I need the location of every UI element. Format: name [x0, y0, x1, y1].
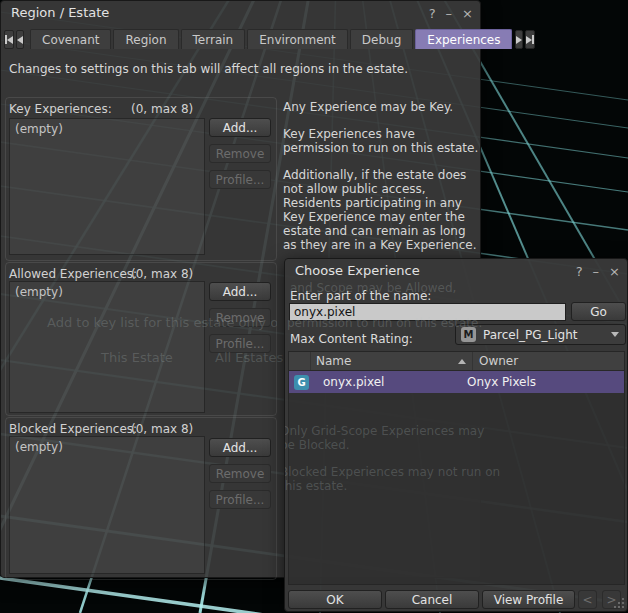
close-icon[interactable]: × [609, 265, 620, 278]
tab-terrain[interactable]: Terrain [181, 29, 246, 49]
key-experiences-label: Key Experiences: [9, 102, 112, 116]
ok-button[interactable]: OK [288, 590, 382, 609]
experience-name-input[interactable] [289, 303, 566, 321]
tab-scroll-right-button[interactable] [515, 30, 523, 49]
chevron-down-icon [611, 332, 619, 337]
icon-column-header[interactable] [289, 352, 311, 370]
tab-bar: Covenant Region Terrain Environment Debu… [1, 27, 480, 49]
blocked-experiences-list[interactable]: (empty) [9, 436, 205, 574]
key-experiences-list[interactable]: (empty) [9, 118, 205, 255]
blocked-add-button[interactable]: Add... [209, 438, 271, 457]
blocked-remove-button[interactable]: Remove [209, 464, 271, 483]
help-paragraph: Key Experiences have permission to run o… [283, 127, 480, 155]
allowed-profile-button[interactable]: Profile... [209, 334, 271, 353]
tab-environment[interactable]: Environment [247, 29, 348, 49]
key-profile-button[interactable]: Profile... [209, 170, 271, 189]
key-add-button[interactable]: Add... [209, 118, 271, 137]
experience-name-cell: onyx.pixel [323, 375, 467, 389]
rating-selected-value: Parcel_PG_Light [483, 328, 604, 342]
key-experiences-buttons: Add... Remove Profile... [209, 118, 271, 189]
tab-experiences[interactable]: Experiences [415, 29, 512, 49]
tab-scroll-last-button[interactable] [525, 30, 535, 49]
go-button[interactable]: Go [571, 302, 626, 321]
resize-grip[interactable] [612, 596, 624, 608]
moderate-rating-icon: M [461, 327, 476, 342]
empty-list-text: (empty) [10, 437, 204, 457]
tab-debug[interactable]: Debug [350, 29, 413, 49]
key-remove-button[interactable]: Remove [209, 144, 271, 163]
tab-scroll-left-button[interactable] [16, 30, 24, 49]
key-experiences-count: (0, max 8) [131, 102, 193, 116]
skip-bar-icon [532, 35, 534, 44]
arrow-left-icon [17, 36, 23, 44]
content-rating-dropdown[interactable]: M Parcel_PG_Light [455, 324, 626, 345]
arrow-left-icon [7, 36, 13, 44]
experience-owner-cell: Onyx Pixels [467, 375, 536, 389]
ghost-confirm-prompt: Add to key list for this estate only or … [9, 315, 277, 330]
owner-column-header[interactable]: Owner [473, 352, 624, 370]
blocked-experiences-count: (0, max 8) [131, 422, 193, 436]
arrow-right-icon [516, 36, 522, 44]
name-column-label: Name [316, 352, 351, 370]
help-paragraph: Additionally, if the estate does not all… [283, 168, 480, 252]
empty-list-text: (empty) [10, 119, 204, 139]
allowed-experiences-label: Allowed Experiences: [9, 267, 137, 281]
tab-region[interactable]: Region [113, 29, 178, 49]
sort-ascending-icon [458, 359, 466, 364]
previous-page-button[interactable]: < [578, 590, 597, 609]
tab-info-text: Changes to settings on this tab will aff… [9, 62, 408, 76]
help-paragraph: Any Experience may be Key. [283, 100, 480, 114]
blocked-profile-button[interactable]: Profile... [209, 490, 271, 509]
close-icon[interactable]: × [462, 7, 473, 20]
blocked-experiences-label: Blocked Experiences: [9, 422, 137, 436]
allowed-experiences-list[interactable]: (empty) [9, 281, 205, 413]
max-content-rating-label: Max Content Rating: [290, 332, 413, 346]
tab-scroll-first-button[interactable] [4, 30, 14, 49]
dialog-title: Choose Experience [295, 263, 420, 278]
key-experiences-help-text: Any Experience may be Key. Key Experienc… [283, 100, 480, 265]
blocked-experiences-buttons: Add... Remove Profile... [209, 438, 271, 509]
experience-results-table: Name Owner G onyx.pixel Onyx Pixels [288, 351, 625, 585]
empty-list-text: (empty) [10, 282, 204, 302]
name-search-label: Enter part of the name: [290, 289, 431, 303]
region-titlebar[interactable]: Region / Estate ? – × [1, 1, 480, 25]
dialog-titlebar[interactable]: Choose Experience ? – × [285, 259, 627, 283]
minimize-icon[interactable]: – [593, 265, 600, 278]
cancel-button[interactable]: Cancel [385, 590, 479, 609]
table-header: Name Owner [289, 352, 624, 371]
minimize-icon[interactable]: – [446, 7, 453, 20]
table-row[interactable]: G onyx.pixel Onyx Pixels [289, 371, 624, 393]
help-icon[interactable]: ? [576, 265, 583, 278]
allowed-experiences-count: (0, max 8) [131, 267, 193, 281]
general-rating-icon: G [294, 375, 309, 390]
name-column-header[interactable]: Name [311, 352, 473, 370]
choose-experience-dialog: Choose Experience ? – × and Scope may be… [284, 258, 628, 612]
help-icon[interactable]: ? [429, 7, 436, 20]
window-title: Region / Estate [11, 5, 109, 20]
view-profile-button[interactable]: View Profile [482, 590, 575, 609]
allowed-add-button[interactable]: Add... [209, 282, 271, 301]
tab-covenant[interactable]: Covenant [30, 29, 111, 49]
